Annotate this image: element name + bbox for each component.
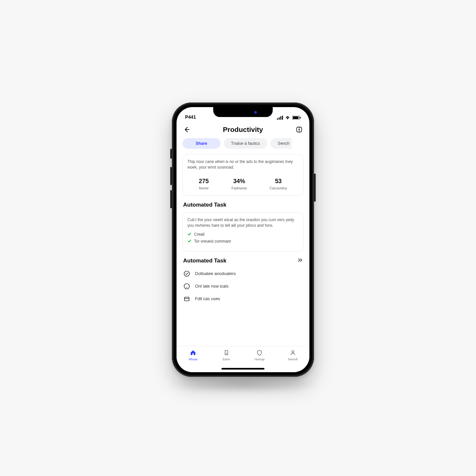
stat-1: 275 Nome [199, 178, 209, 190]
check-item-2: Tor vreuesl commant [187, 239, 298, 244]
battery-icon [292, 116, 301, 120]
svg-point-8 [298, 129, 300, 130]
power-button [314, 174, 316, 202]
svg-rect-0 [277, 118, 278, 120]
user-icon [290, 349, 296, 357]
check-list: Creall Tor vreuesl commant [187, 232, 298, 244]
signal-icon [277, 116, 283, 120]
list-item[interactable]: Onl late nsw icals [182, 280, 303, 293]
svg-point-10 [184, 284, 189, 289]
filter-chips[interactable]: Share Tnalse à fautics Sench [182, 138, 303, 149]
check-icon [187, 232, 191, 237]
box-icon [183, 295, 190, 302]
mute-switch [170, 149, 172, 159]
section-2-header[interactable]: Automated Task [183, 258, 303, 264]
page-title: Productivity [223, 126, 263, 134]
list-item[interactable]: Doltsatee anoduaters [182, 267, 303, 280]
svg-rect-3 [282, 116, 283, 120]
chip-secondary[interactable]: Tnalse à fautics [224, 138, 267, 149]
back-button[interactable] [183, 126, 190, 133]
svg-rect-2 [280, 116, 281, 120]
section-1-title: Automated Task [183, 202, 303, 208]
tab-third[interactable]: Honcay [248, 349, 271, 361]
stat-2: 34% Fashwow [231, 178, 247, 190]
svg-rect-5 [293, 116, 298, 119]
screen: P441 Pr [177, 107, 309, 372]
notch [213, 107, 273, 117]
svg-point-9 [184, 271, 189, 276]
section-2-title: Automated Task [183, 258, 226, 264]
task-card-text: Cuil.t the your neeirt wicat as the orav… [187, 217, 298, 229]
wifi-icon [285, 116, 290, 120]
stats-row: 275 Nome 34% Fashwow 53 Cacourány [187, 178, 298, 190]
svg-rect-12 [184, 297, 189, 301]
chip-share[interactable]: Share [182, 138, 220, 149]
volume-up-button [170, 167, 172, 185]
chip-third[interactable]: Sench [270, 138, 291, 149]
svg-point-11 [186, 287, 187, 288]
phone-frame: P441 Pr [172, 102, 314, 377]
content-area[interactable]: Productivity Share Tnalse à fautics Senc… [177, 122, 309, 346]
summary-text: Thip nour cane when is no ur the ads to … [187, 159, 298, 171]
summary-card: Thip nour cane when is no ur the ads to … [182, 154, 303, 196]
check-circle-icon [183, 270, 190, 277]
volume-down-button [170, 190, 172, 208]
status-time: P441 [185, 114, 196, 120]
svg-rect-6 [300, 117, 301, 119]
tab-home[interactable]: Nhoue [181, 349, 205, 361]
tab-bar: Nhoue Earre Honcay Nnvrofi [177, 346, 309, 372]
top-bar: Productivity [182, 122, 303, 138]
bookmark-icon [223, 349, 230, 357]
shield-icon [256, 349, 263, 357]
check-icon [187, 239, 191, 244]
home-indicator[interactable] [221, 368, 264, 370]
task-list: Doltsatee anoduaters Onl late nsw icals … [182, 267, 303, 305]
tab-second[interactable]: Earre [215, 349, 238, 361]
status-indicators [277, 116, 301, 120]
tab-fourth[interactable]: Nnvrofi [281, 349, 304, 361]
svg-rect-1 [279, 117, 280, 120]
header-action-button[interactable] [296, 126, 303, 133]
list-item[interactable]: Fdll cas uses [182, 293, 303, 305]
svg-point-13 [292, 351, 294, 353]
circle-icon [183, 283, 190, 290]
check-item-1: Creall [187, 232, 298, 237]
home-icon [190, 349, 196, 357]
task-card: Cuil.t the your neeirt wicat as the orav… [182, 212, 303, 252]
chevron-right-icon [298, 258, 303, 264]
stat-3: 53 Cacourány [269, 178, 287, 190]
